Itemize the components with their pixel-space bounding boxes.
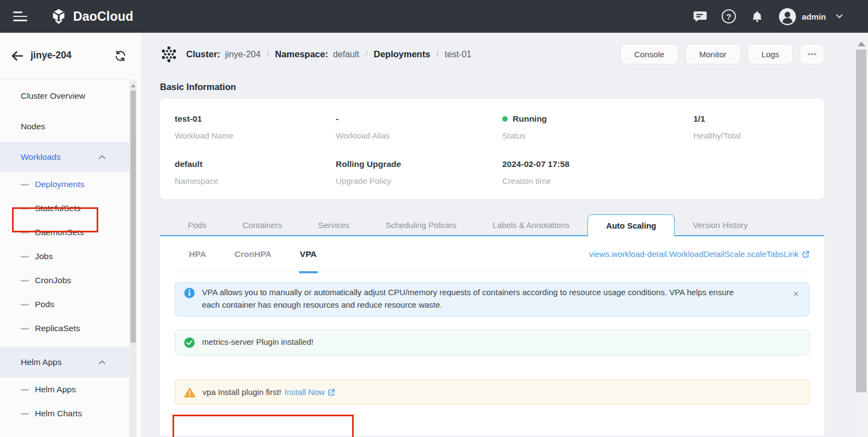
- back-arrow-icon[interactable]: [11, 50, 23, 62]
- breadcrumb-namespace-value[interactable]: default: [333, 50, 359, 59]
- sidebar-scrollbar[interactable]: [129, 81, 136, 437]
- sidebar-menu: Cluster Overview Nodes Workloads Deploym…: [0, 81, 129, 437]
- vpa-info-line2: each container has enough resources and …: [202, 299, 780, 312]
- breadcrumb-cluster-value[interactable]: jinye-204: [225, 50, 260, 59]
- sidebar-item-daemonsets[interactable]: DaemonSets: [0, 220, 129, 244]
- sidebar-item-label: CronJobs: [35, 276, 71, 285]
- install-now-link[interactable]: Install Now: [284, 386, 335, 399]
- subtab-hpa[interactable]: HPA: [189, 236, 206, 272]
- brand-name: DaoCloud: [73, 9, 133, 24]
- install-now-label: Install Now: [284, 386, 324, 399]
- field-namespace: default Namespace: [175, 158, 336, 186]
- tab-containers[interactable]: Containers: [224, 214, 300, 235]
- field-label: Workload Name: [175, 130, 336, 141]
- chevron-up-icon: [99, 360, 105, 364]
- tab-scheduling-policies[interactable]: Scheduling Policies: [367, 214, 474, 235]
- sidebar-item-cronjobs[interactable]: CronJobs: [0, 268, 129, 292]
- breadcrumb-item: test-01: [445, 50, 472, 59]
- field-healthy-total: 1/1 Healthy/Total: [693, 113, 824, 141]
- sidebar-item-jobs[interactable]: Jobs: [0, 244, 129, 268]
- console-button[interactable]: Console: [620, 44, 679, 64]
- sidebar-header: jinye-204: [0, 33, 141, 80]
- tab-version-history[interactable]: Version History: [675, 214, 766, 235]
- notifications-bell-icon[interactable]: [751, 10, 764, 23]
- tab-pods[interactable]: Pods: [170, 214, 224, 235]
- basic-information-card: test-01 Workload Name - Workload Alias R…: [160, 99, 824, 199]
- refresh-icon[interactable]: [114, 50, 127, 62]
- brand-logo: DaoCloud: [50, 8, 133, 25]
- sidebar-item-helm-apps[interactable]: Helm Apps: [0, 378, 129, 402]
- field-workload-alias: - Workload Alias: [336, 113, 502, 141]
- breadcrumb: Cluster: jinye-204 / Namespace: default …: [186, 49, 471, 59]
- username: admin: [802, 12, 826, 21]
- field-label: Namespace: [175, 176, 336, 186]
- external-link-icon: [802, 250, 810, 258]
- field-label: Creation time: [502, 176, 693, 186]
- close-icon[interactable]: ✕: [792, 288, 799, 301]
- dash-icon: [21, 232, 29, 234]
- subtab-vpa[interactable]: VPA: [300, 236, 317, 272]
- field-value: test-01: [175, 113, 336, 125]
- breadcrumb-separator: /: [430, 50, 444, 59]
- warning-triangle-icon: [184, 387, 195, 398]
- breadcrumb-separator: /: [359, 50, 373, 59]
- dash-icon: [21, 280, 29, 282]
- field-label: Upgrade Policy: [336, 176, 502, 186]
- sidebar-item-label: Helm Apps: [35, 385, 76, 394]
- messages-icon[interactable]: [693, 10, 707, 23]
- sidebar-item-label: StatefulSets: [35, 203, 81, 213]
- field-creation-time: 2024-02-07 17:58 Creation time: [502, 158, 693, 186]
- more-actions-button[interactable]: •••: [800, 44, 824, 64]
- sidebar-item-cluster-overview[interactable]: Cluster Overview: [0, 81, 129, 111]
- dash-icon: [21, 304, 29, 306]
- metrics-server-success-alert: metrics-server Plugin installed!: [175, 330, 810, 355]
- basic-information-title: Basic Information: [160, 82, 824, 92]
- sidebar-item-pods[interactable]: Pods: [0, 292, 129, 316]
- status-badge: Running: [513, 113, 547, 125]
- detail-tabs: Pods Containers Services Scheduling Poli…: [160, 214, 824, 236]
- menu-icon[interactable]: [13, 9, 27, 24]
- info-icon: [184, 288, 195, 298]
- field-label: Status: [502, 130, 693, 141]
- avatar: [778, 8, 796, 26]
- success-alert-text: metrics-server Plugin installed!: [202, 336, 313, 349]
- vpa-info-alert: VPA allows you to manually or automatica…: [175, 282, 810, 316]
- sidebar-item-nodes[interactable]: Nodes: [0, 111, 129, 142]
- sidebar-item-replicasets[interactable]: ReplicaSets: [0, 316, 129, 340]
- sidebar-group-label: Helm Apps: [21, 357, 62, 367]
- field-workload-name: test-01 Workload Name: [175, 113, 336, 141]
- sidebar-group-helm-apps[interactable]: Helm Apps: [0, 347, 129, 378]
- tab-auto-scaling[interactable]: Auto Scaling: [587, 214, 675, 236]
- vpa-info-line1: VPA allows you to manually or automatica…: [202, 286, 780, 299]
- scroll-up-arrow-icon[interactable]: [131, 84, 135, 87]
- field-value: Rolling Upgrade: [336, 158, 502, 170]
- subtab-cronhpa[interactable]: CronHPA: [235, 236, 272, 272]
- dash-icon: [21, 389, 29, 391]
- vpa-info-text: VPA allows you to manually or automatica…: [202, 286, 780, 311]
- user-menu[interactable]: admin: [778, 8, 843, 26]
- sidebar-item-label: Nodes: [21, 122, 45, 131]
- sidebar-item-helm-charts[interactable]: Helm Charts: [0, 402, 129, 426]
- scrollbar-thumb[interactable]: [130, 91, 136, 343]
- field-status: Running Status: [502, 113, 693, 141]
- page-header: Cluster: jinye-204 / Namespace: default …: [160, 43, 824, 65]
- scroll-up-arrow-icon[interactable]: [858, 41, 865, 46]
- tab-labels-annotations[interactable]: Labels & Annotations: [474, 214, 587, 235]
- field-value: default: [175, 158, 336, 170]
- external-link-icon: [328, 388, 335, 396]
- breadcrumb-section[interactable]: Deployments: [373, 49, 430, 59]
- dash-icon: [21, 328, 29, 330]
- sidebar-item-label: Pods: [35, 300, 54, 309]
- logs-button[interactable]: Logs: [747, 44, 794, 64]
- sidebar-item-deployments[interactable]: Deployments: [0, 172, 129, 196]
- help-icon[interactable]: ?: [722, 9, 736, 23]
- tab-services[interactable]: Services: [300, 214, 368, 235]
- sidebar: jinye-204 Cluster Overview Nodes Workloa…: [0, 33, 141, 437]
- dash-icon: [21, 413, 29, 415]
- monitor-button[interactable]: Monitor: [685, 44, 741, 64]
- page-scrollbar[interactable]: [855, 33, 868, 437]
- scrollbar-thumb[interactable]: [856, 50, 866, 392]
- sidebar-group-workloads[interactable]: Workloads: [0, 142, 129, 172]
- scale-tabs-link[interactable]: views.workload-detail.WorkloadDetailScal…: [589, 249, 810, 259]
- sidebar-item-statefulsets[interactable]: StatefulSets: [0, 196, 129, 220]
